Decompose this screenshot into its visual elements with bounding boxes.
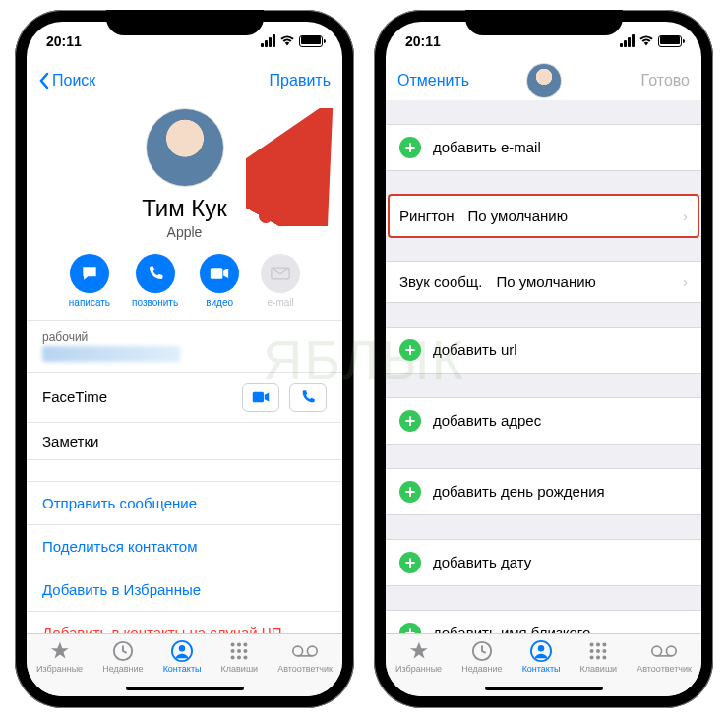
avatar[interactable] bbox=[146, 108, 224, 187]
add-birthday-row[interactable]: + добавить день рождения bbox=[386, 468, 701, 515]
tab-label: Контакты bbox=[163, 664, 202, 674]
gap bbox=[27, 460, 342, 482]
plus-icon: + bbox=[399, 339, 421, 361]
notes-row[interactable]: Заметки bbox=[27, 423, 342, 460]
add-emergency-link[interactable]: Добавить в контакты на случай ЧП bbox=[27, 612, 342, 633]
home-indicator[interactable] bbox=[126, 687, 244, 690]
plus-icon: + bbox=[399, 410, 421, 432]
add-favorite-link[interactable]: Добавить в Избранные bbox=[27, 568, 342, 612]
svg-point-5 bbox=[179, 645, 185, 651]
back-label: Поиск bbox=[52, 72, 95, 90]
wifi-icon bbox=[279, 35, 295, 47]
message-icon bbox=[70, 254, 109, 293]
signal-icon bbox=[261, 34, 275, 47]
tab-recents[interactable]: Недавние bbox=[102, 640, 143, 674]
mail-icon bbox=[261, 254, 300, 293]
person-icon bbox=[528, 640, 554, 662]
tab-label: Автоответчик bbox=[637, 664, 692, 674]
svg-point-15 bbox=[293, 646, 303, 656]
add-date-row[interactable]: + добавить дату bbox=[386, 539, 701, 586]
svg-point-25 bbox=[596, 648, 600, 652]
tab-favorites[interactable]: Избранные bbox=[36, 640, 83, 674]
tab-contacts[interactable]: Контакты bbox=[163, 640, 202, 674]
message-button[interactable]: написать bbox=[69, 254, 110, 308]
facetime-video-button[interactable] bbox=[242, 383, 279, 412]
avatar-small[interactable] bbox=[526, 63, 562, 98]
facetime-audio-button[interactable] bbox=[289, 383, 327, 412]
screen-right: 20:11 Отменить Готово + добавить e-mail … bbox=[386, 22, 701, 696]
add-related-row[interactable]: + добавить имя близкого bbox=[386, 610, 701, 633]
svg-point-26 bbox=[603, 648, 607, 652]
tab-voicemail[interactable]: Автоответчик bbox=[277, 640, 333, 674]
add-email-row[interactable]: + добавить e-mail bbox=[386, 124, 701, 171]
svg-point-23 bbox=[603, 642, 607, 646]
svg-point-31 bbox=[667, 646, 677, 656]
contact-name: Тим Кук bbox=[27, 195, 342, 222]
text-tone-row[interactable]: Звук сообщ. По умолчанию › bbox=[386, 261, 701, 303]
clock-icon bbox=[110, 640, 136, 662]
spacer bbox=[386, 515, 701, 539]
svg-point-7 bbox=[237, 642, 241, 646]
ringtone-key: Рингтон bbox=[399, 208, 454, 224]
add-url-row[interactable]: + добавить url bbox=[386, 327, 701, 374]
tab-label: Контакты bbox=[522, 664, 561, 674]
email-button: e-mail bbox=[261, 254, 300, 308]
video-button[interactable]: видео bbox=[200, 254, 239, 308]
keypad-icon bbox=[226, 640, 252, 662]
nav-bar: Отменить Готово bbox=[386, 61, 701, 100]
plus-icon: + bbox=[399, 623, 421, 633]
clock: 20:11 bbox=[405, 33, 441, 49]
svg-point-22 bbox=[596, 642, 600, 646]
spacer bbox=[386, 303, 701, 327]
person-icon bbox=[169, 640, 195, 662]
call-button[interactable]: позвонить bbox=[132, 254, 178, 308]
tab-label: Избранные bbox=[36, 664, 83, 674]
svg-point-21 bbox=[590, 642, 594, 646]
add-address-row[interactable]: + добавить адрес bbox=[386, 397, 701, 445]
ringtone-row[interactable]: Рингтон По умолчанию › bbox=[386, 195, 701, 237]
spacer bbox=[386, 374, 701, 397]
back-button[interactable]: Поиск bbox=[38, 72, 95, 90]
svg-point-16 bbox=[308, 646, 318, 656]
edit-button[interactable]: Править bbox=[270, 72, 331, 90]
add-related-label: добавить имя близкого bbox=[433, 625, 590, 633]
ringtone-value: По умолчанию bbox=[467, 208, 669, 224]
svg-rect-0 bbox=[211, 268, 223, 279]
spacer bbox=[386, 586, 701, 610]
spacer bbox=[386, 445, 701, 468]
home-indicator[interactable] bbox=[485, 687, 603, 690]
svg-point-28 bbox=[596, 655, 600, 659]
text-tone-key: Звук сообщ. bbox=[399, 273, 482, 290]
done-button[interactable]: Готово bbox=[641, 72, 690, 90]
star-icon bbox=[47, 640, 73, 662]
phone-value-blurred bbox=[42, 346, 180, 362]
add-date-label: добавить дату bbox=[433, 554, 531, 570]
tab-contacts[interactable]: Контакты bbox=[522, 640, 561, 674]
send-message-link[interactable]: Отправить сообщение bbox=[27, 482, 342, 525]
cancel-button[interactable]: Отменить bbox=[397, 72, 469, 90]
chevron-right-icon: › bbox=[683, 208, 688, 224]
plus-icon: + bbox=[399, 552, 421, 573]
tab-favorites[interactable]: Избранные bbox=[395, 640, 442, 674]
status-icons bbox=[620, 34, 682, 47]
tab-keypad[interactable]: Клавиши bbox=[221, 640, 259, 674]
add-address-label: добавить адрес bbox=[433, 412, 541, 429]
svg-point-13 bbox=[237, 655, 241, 659]
tab-recents[interactable]: Недавние bbox=[461, 640, 502, 674]
add-url-label: добавить url bbox=[433, 341, 517, 358]
tab-voicemail[interactable]: Автоответчик bbox=[637, 640, 692, 674]
phone-type-label: рабочий bbox=[42, 330, 180, 344]
spacer bbox=[386, 100, 701, 124]
tab-keypad[interactable]: Клавиши bbox=[580, 640, 618, 674]
keypad-icon bbox=[585, 640, 611, 662]
share-contact-link[interactable]: Поделиться контактом bbox=[27, 525, 342, 568]
screen-left: 20:11 Поиск Править Тим Кук Apple bbox=[27, 22, 342, 696]
svg-point-6 bbox=[231, 642, 235, 646]
svg-point-11 bbox=[244, 648, 248, 652]
battery-icon bbox=[299, 35, 323, 47]
phone-row[interactable]: рабочий bbox=[27, 321, 342, 373]
phone-left: 20:11 Поиск Править Тим Кук Apple bbox=[15, 10, 354, 708]
tab-label: Клавиши bbox=[221, 664, 259, 674]
svg-point-30 bbox=[652, 646, 662, 656]
add-birthday-label: добавить день рождения bbox=[433, 483, 605, 500]
